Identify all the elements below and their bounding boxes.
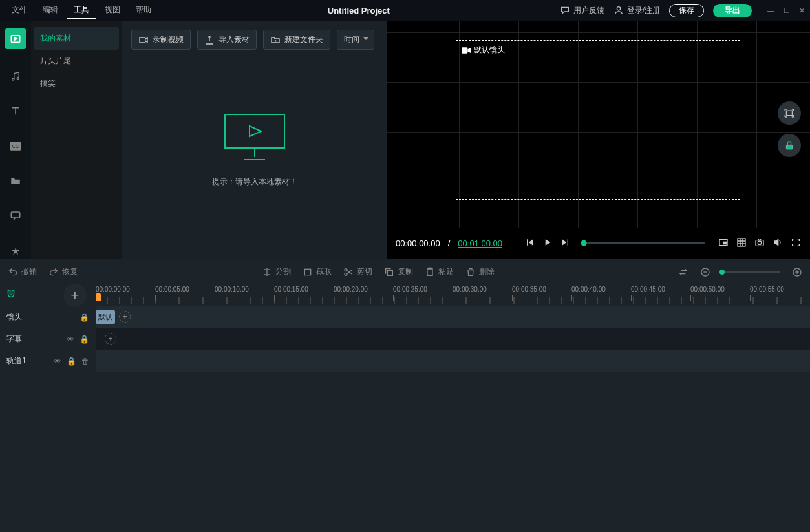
sort-dropdown[interactable]: 时间 — [337, 30, 374, 50]
volume-button[interactable] — [773, 237, 783, 250]
copy-button[interactable]: 复制 — [384, 266, 413, 277]
save-button[interactable]: 保存 — [669, 4, 704, 17]
lock-icon[interactable]: 🔒 — [80, 313, 89, 322]
music-icon — [10, 70, 21, 82]
side-tab-folder[interactable] — [8, 173, 23, 189]
project-title: Untitled Project — [160, 6, 557, 16]
side-tab-star[interactable]: ★ — [8, 243, 23, 259]
ruler-tick: 00:00:35.00 — [512, 286, 546, 293]
category-funny[interactable]: 搞笑 — [31, 72, 122, 95]
add-clip-button[interactable]: + — [119, 311, 131, 323]
media-category-list: 我的素材 片头片尾 搞笑 — [31, 21, 122, 259]
eye-icon[interactable]: 👁 — [54, 357, 61, 366]
login-button[interactable]: 登录/注册 — [613, 5, 660, 16]
zoom-out-button[interactable] — [700, 267, 710, 277]
svg-rect-8 — [225, 114, 284, 148]
new-folder-button[interactable]: 新建文件夹 — [263, 30, 330, 50]
playhead-line[interactable] — [96, 306, 96, 532]
cut-button[interactable]: 剪切 — [343, 266, 372, 277]
trash-icon — [465, 267, 476, 277]
add-subtitle-button[interactable]: + — [105, 333, 116, 345]
menu-view[interactable]: 视图 — [98, 2, 127, 19]
preview-frame[interactable]: 默认镜头 — [456, 40, 740, 200]
split-icon — [262, 267, 272, 277]
ruler-tick: 00:00:20.00 — [334, 286, 368, 293]
svg-rect-10 — [787, 111, 793, 116]
menu-edit[interactable]: 编辑 — [36, 2, 65, 19]
category-my-media[interactable]: 我的素材 — [34, 27, 119, 50]
crop-icon — [303, 267, 313, 277]
magnet-icon — [5, 288, 17, 300]
side-tab-text[interactable] — [8, 103, 23, 119]
track-subtitle: 字幕👁🔒 + — [0, 328, 810, 350]
pip-button[interactable] — [718, 237, 729, 250]
preview-panel: 默认镜头 00:00:00.00 / 00:01:00.00 — [387, 21, 810, 259]
lock-button[interactable] — [778, 134, 801, 157]
zoom-in-button[interactable] — [792, 267, 802, 277]
next-frame-button[interactable] — [560, 237, 571, 250]
scissors-icon — [343, 267, 354, 277]
grid-button[interactable] — [736, 237, 747, 250]
track-1-content[interactable] — [96, 350, 810, 372]
skip-back-icon — [524, 237, 535, 248]
feedback-button[interactable]: 用户反馈 — [560, 5, 604, 16]
clip-default-lens[interactable]: 默认 + — [96, 309, 131, 325]
side-tab-comment[interactable] — [8, 208, 23, 224]
maximize-button[interactable]: ☐ — [783, 6, 790, 15]
svg-rect-14 — [738, 239, 745, 246]
duration-time[interactable]: 00:01:00.00 — [458, 239, 502, 248]
track-subtitle-content[interactable]: + — [96, 328, 810, 350]
undo-button[interactable]: 撤销 — [8, 266, 37, 277]
minimize-button[interactable]: — — [767, 6, 774, 15]
paste-button[interactable]: 粘贴 — [425, 266, 454, 277]
svg-rect-9 — [462, 47, 467, 53]
crop-button[interactable]: 截取 — [303, 266, 332, 277]
play-button[interactable] — [542, 237, 553, 250]
preview-camera-label: 默认镜头 — [474, 45, 505, 56]
import-media-button[interactable]: 导入素材 — [197, 30, 257, 50]
svg-rect-17 — [304, 269, 310, 275]
export-button[interactable]: 导出 — [713, 4, 752, 17]
zoom-in-icon — [792, 267, 802, 277]
category-intro-outro[interactable]: 片头片尾 — [31, 50, 122, 72]
media-empty-hint: 提示：请导入本地素材！ — [212, 176, 297, 187]
snap-toggle[interactable] — [5, 288, 17, 303]
menu-help[interactable]: 帮助 — [129, 2, 158, 19]
split-button[interactable]: 分割 — [262, 266, 291, 277]
lock-icon[interactable]: 🔒 — [80, 335, 89, 344]
playhead-handle[interactable] — [96, 293, 101, 301]
media-panel: 录制视频 导入素材 新建文件夹 时间 提示：请导入本地素材！ — [122, 21, 387, 259]
delete-track-icon[interactable]: 🗑 — [81, 357, 89, 366]
redo-button[interactable]: 恢复 — [48, 266, 78, 277]
menu-file[interactable]: 文件 — [5, 2, 34, 19]
record-video-button[interactable]: 录制视频 — [131, 30, 191, 50]
user-icon — [613, 5, 624, 16]
close-button[interactable]: ✕ — [799, 6, 805, 15]
prev-frame-button[interactable] — [524, 237, 535, 250]
delete-button[interactable]: 删除 — [465, 266, 495, 277]
side-tab-media[interactable] — [5, 28, 26, 49]
fullscreen-icon — [791, 237, 801, 248]
add-track-button[interactable]: + — [63, 284, 87, 307]
timeline-ruler[interactable]: 00:00:00.0000:00:05.0000:00:10.0000:00:1… — [96, 284, 810, 306]
preview-scrubber[interactable] — [584, 242, 705, 244]
side-tab-caption[interactable]: CC — [8, 138, 23, 154]
fullscreen-button[interactable] — [791, 237, 801, 250]
track-lens-content[interactable]: 默认 + — [96, 306, 810, 328]
zoom-slider[interactable] — [722, 271, 780, 273]
fit-screen-button[interactable] — [778, 101, 801, 125]
lock-icon[interactable]: 🔒 — [67, 357, 76, 366]
preview-canvas[interactable]: 默认镜头 — [387, 21, 810, 228]
swap-button[interactable] — [678, 267, 688, 277]
eye-icon[interactable]: 👁 — [67, 335, 74, 344]
side-tab-audio[interactable] — [8, 69, 23, 84]
camera-snap-icon — [754, 237, 765, 248]
pip-icon — [718, 237, 729, 248]
menu-tools[interactable]: 工具 — [67, 2, 96, 19]
snapshot-button[interactable] — [754, 237, 765, 250]
side-tab-bar: CC ★ — [0, 21, 31, 259]
ruler-tick: 00:00:25.00 — [393, 286, 427, 293]
zoom-out-icon — [700, 267, 710, 277]
redo-icon — [48, 267, 59, 277]
play-icon — [542, 237, 553, 248]
